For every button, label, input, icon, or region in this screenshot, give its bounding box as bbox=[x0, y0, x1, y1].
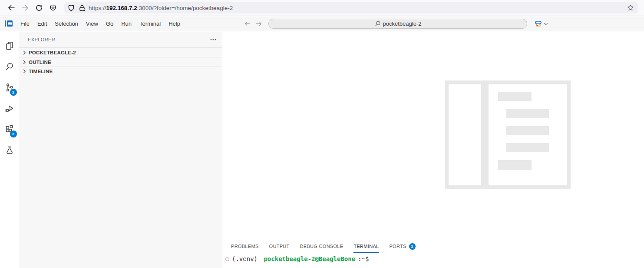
chevron-right-icon bbox=[21, 49, 28, 56]
terminal-venv: (.venv) bbox=[232, 255, 261, 262]
menu-run[interactable]: Run bbox=[117, 19, 135, 29]
menu-go[interactable]: Go bbox=[102, 19, 117, 29]
search-icon bbox=[4, 61, 15, 72]
activity-item-search[interactable] bbox=[0, 56, 19, 77]
menu-help[interactable]: Help bbox=[165, 19, 184, 29]
activity-item-extensions[interactable]: 3 bbox=[0, 119, 19, 140]
activity-item-run-debug[interactable] bbox=[0, 98, 19, 119]
chevron-right-icon bbox=[21, 68, 28, 75]
menu-view[interactable]: View bbox=[82, 19, 102, 29]
sidebar-title: EXPLORER bbox=[28, 37, 210, 42]
terminal-user-host: pocketbeagle-2@BeagleBone bbox=[264, 255, 355, 262]
activity-bar: 2 3 bbox=[0, 32, 19, 268]
chevron-right-icon bbox=[21, 59, 28, 66]
activity-item-explorer[interactable] bbox=[0, 35, 19, 56]
section-outline[interactable]: OUTLINE bbox=[19, 57, 222, 67]
shield-icon[interactable] bbox=[68, 4, 75, 11]
activity-item-source-control[interactable]: 2 bbox=[0, 77, 19, 98]
chevron-down-icon[interactable] bbox=[543, 21, 548, 27]
menu-file[interactable]: File bbox=[17, 19, 33, 29]
bottom-panel: PROBLEMS OUTPUT DEBUG CONSOLE TERMINAL P… bbox=[222, 240, 644, 268]
browser-toolbar: https://192.168.7.2:3000/?folder=/home/p… bbox=[0, 0, 644, 16]
reload-icon[interactable] bbox=[32, 2, 46, 14]
activity-item-testing[interactable] bbox=[0, 140, 19, 161]
menu-selection[interactable]: Selection bbox=[51, 19, 82, 29]
empty-editor-area bbox=[222, 32, 644, 240]
command-center-search[interactable]: pocketbeagle-2 bbox=[268, 19, 527, 29]
back-icon[interactable] bbox=[4, 2, 18, 14]
panel-tab-bar: PROBLEMS OUTPUT DEBUG CONSOLE TERMINAL P… bbox=[222, 240, 644, 253]
debug-icon bbox=[4, 103, 15, 114]
extensions-badge: 3 bbox=[10, 131, 17, 137]
section-label: TIMELINE bbox=[29, 69, 53, 74]
terminal[interactable]: (.venv) pocketbeagle-2@BeagleBone:~$ bbox=[222, 253, 644, 262]
nav-back-icon[interactable] bbox=[244, 20, 251, 27]
section-timeline[interactable]: TIMELINE bbox=[19, 67, 222, 76]
watermark-sidebar-shape bbox=[449, 84, 481, 185]
tab-ports[interactable]: PORTS1 bbox=[389, 240, 415, 253]
source-control-badge: 2 bbox=[10, 89, 17, 96]
insecure-lock-icon[interactable] bbox=[78, 4, 86, 12]
terminal-prompt-suffix: :~$ bbox=[358, 255, 369, 262]
search-icon bbox=[374, 20, 381, 27]
pocket-icon[interactable] bbox=[46, 2, 60, 14]
workbench: 2 3 EXPLORER bbox=[0, 32, 644, 268]
explorer-sidebar: EXPLORER POCKETBEAGLE-2 OUTLINE TIMELINE bbox=[19, 32, 222, 268]
section-label: POCKETBEAGLE-2 bbox=[29, 50, 76, 55]
watermark-editor-shape bbox=[489, 84, 567, 185]
url-text: https://192.168.7.2:3000/?folder=/home/p… bbox=[89, 5, 233, 11]
vscode-titlebar: File Edit Selection View Go Run Terminal… bbox=[0, 16, 644, 31]
url-bar[interactable]: https://192.168.7.2:3000/?folder=/home/p… bbox=[64, 2, 638, 13]
app-logo[interactable] bbox=[4, 19, 13, 28]
menu-bar: File Edit Selection View Go Run Terminal… bbox=[17, 19, 184, 29]
files-icon bbox=[4, 40, 15, 51]
sidebar-header: EXPLORER bbox=[19, 32, 222, 47]
profile-icon[interactable] bbox=[535, 20, 542, 27]
terminal-decoration-icon bbox=[225, 257, 229, 261]
tab-problems[interactable]: PROBLEMS bbox=[231, 240, 259, 253]
tab-output[interactable]: OUTPUT bbox=[269, 240, 290, 253]
nav-forward-icon[interactable] bbox=[255, 20, 263, 27]
bookmark-star-icon[interactable] bbox=[627, 4, 634, 12]
command-center-value: pocketbeagle-2 bbox=[383, 20, 422, 27]
more-actions-icon[interactable] bbox=[210, 36, 217, 43]
menu-terminal[interactable]: Terminal bbox=[135, 19, 165, 29]
testing-icon bbox=[4, 145, 15, 155]
forward-icon[interactable] bbox=[18, 2, 32, 14]
empty-editor-watermark bbox=[445, 80, 571, 189]
section-label: OUTLINE bbox=[29, 60, 51, 65]
menu-edit[interactable]: Edit bbox=[33, 19, 51, 29]
ports-badge: 1 bbox=[409, 243, 416, 250]
tab-debug-console[interactable]: DEBUG CONSOLE bbox=[300, 240, 343, 253]
tab-terminal[interactable]: TERMINAL bbox=[353, 240, 379, 253]
section-pocketbeagle-2[interactable]: POCKETBEAGLE-2 bbox=[19, 47, 222, 57]
